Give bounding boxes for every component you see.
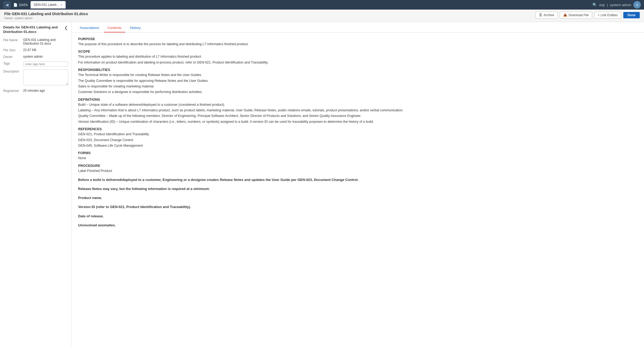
document-content: PURPOSEThe purpose of this procedure is … [72, 33, 644, 347]
filesize-label: File Size [3, 48, 23, 52]
done-label: Done [628, 13, 635, 17]
section-paragraph: Customer Solutions or a designee is resp… [78, 90, 638, 95]
page-header-left: File GEN-031 Labeling and Distribution 0… [4, 12, 88, 20]
back-icon: ◀ [6, 3, 9, 7]
doc-section: RESPONSIBILITIESThe Technical Writer is … [78, 68, 638, 95]
nav-user: system admin [610, 3, 631, 7]
description-label: Description [3, 69, 23, 73]
tags-input[interactable] [23, 61, 68, 67]
bold-paragraph: Version ID (refer to GEN-021, Product Id… [78, 204, 638, 210]
doc-section: PROCEDURELabel Finished Product [78, 164, 638, 174]
section-paragraph: Labeling – Any information that is about… [78, 108, 638, 113]
filesize-value: 22.67 KB [23, 48, 68, 52]
section-paragraph: This procedure applies to labeling and d… [78, 54, 638, 59]
link-entities-label: + Link Entities [598, 13, 618, 17]
section-paragraph: For information on product identificatio… [78, 60, 638, 65]
nav-data-text: DATA [19, 3, 28, 7]
bold-paragraph: Release Notes may vary, but the followin… [78, 186, 638, 192]
tags-label: Tags [3, 61, 23, 65]
file-owner: Owner: system admin [4, 16, 88, 20]
section-heading: DEFINITIONS [78, 98, 638, 101]
registered-label: Registered [3, 89, 23, 93]
section-paragraph: Version Identification (ID) – Unique com… [78, 119, 638, 124]
owner-label: Owner [3, 55, 23, 59]
bold-paragraph: Unresolved anomalies. [78, 223, 638, 228]
doc-section: DEFINITIONSBuild – Unique state of a sof… [78, 98, 638, 125]
sidebar-title: Details for GEN-031 Labeling and Distrib… [3, 25, 64, 34]
archive-icon: 🗄 [539, 13, 542, 17]
detail-row-tags: Tags [3, 61, 68, 67]
link-entities-button[interactable]: + Link Entities [594, 12, 621, 19]
registered-value: 25 minutes ago [23, 89, 68, 92]
nav-left: ◀ 📄 DATA GEN-031 Labeli... × [3, 1, 66, 9]
main-layout: Details for GEN-031 Labeling and Distrib… [0, 22, 644, 347]
section-paragraph: GEN-023, Document Change Control [78, 138, 638, 143]
filename-label: File Name [3, 38, 23, 42]
nav-active-tab[interactable]: GEN-031 Labeli... × [31, 1, 66, 9]
doc-section: FORMSNone [78, 151, 638, 161]
tab-contents[interactable]: Contents [104, 24, 125, 32]
detail-row-registered: Registered 25 minutes ago [3, 89, 68, 93]
nav-back-button[interactable]: ◀ [3, 1, 11, 9]
section-heading: FORMS [78, 151, 638, 155]
detail-row-filesize: File Size 22.67 KB [3, 48, 68, 52]
nav-tab-label: GEN-031 Labeli... [34, 3, 59, 7]
bold-paragraph: Before a build is delivered/deployed to … [78, 177, 638, 183]
section-paragraph: None [78, 156, 638, 161]
tab-history-label: History [130, 26, 141, 30]
section-paragraph: Label Finished Product [78, 168, 638, 174]
nav-lang: esp [599, 3, 605, 7]
section-paragraph: Sales is responsible for creating market… [78, 84, 638, 89]
section-paragraph: GEN-045, Software Life Cycle Management [78, 143, 638, 148]
section-heading: SCOPE [78, 49, 638, 53]
bold-paragraph: Product name. [78, 195, 638, 201]
archive-button[interactable]: 🗄 Archive [536, 12, 558, 19]
download-icon: 📥 [563, 13, 567, 17]
filename-value: GEN-031 Labeling and Distribution 01.doc… [23, 38, 68, 45]
section-paragraph: Quality Committee – Made up of the follo… [78, 113, 638, 119]
tab-contents-label: Contents [108, 26, 121, 30]
data-icon: 📄 [13, 3, 18, 7]
nav-separator: | [607, 3, 608, 7]
doc-section: REFERENCESGEN-021, Product Identificatio… [78, 127, 638, 148]
collapse-button[interactable]: ❮ [64, 25, 68, 30]
search-icon[interactable]: 🔍 [592, 3, 597, 7]
section-heading: PROCEDURE [78, 164, 638, 168]
section-paragraph: GEN-021, Product Identification and Trac… [78, 132, 638, 137]
doc-section: SCOPEThis procedure applies to labeling … [78, 49, 638, 65]
tab-associations-label: Associations [80, 26, 99, 30]
detail-row-filename: File Name GEN-031 Labeling and Distribut… [3, 38, 68, 45]
archive-label: Archive [544, 13, 554, 17]
section-heading: PURPOSE [78, 37, 638, 41]
nav-data-label: 📄 DATA [13, 3, 28, 7]
avatar: A [633, 1, 641, 9]
section-heading: RESPONSIBILITIES [78, 68, 638, 72]
content-area: Associations Contents History PURPOSEThe… [72, 22, 644, 347]
page-header: File GEN-031 Labeling and Distribution 0… [0, 10, 644, 22]
section-paragraph: The purpose of this procedure is to desc… [78, 42, 638, 47]
owner-value: system admin [23, 55, 68, 58]
page-title: File GEN-031 Labeling and Distribution 0… [4, 12, 88, 16]
top-nav: ◀ 📄 DATA GEN-031 Labeli... × 🔍 esp | sys… [0, 0, 644, 10]
tabs-bar: Associations Contents History [72, 22, 644, 33]
bold-paragraph: Date of release. [78, 214, 638, 219]
download-file-button[interactable]: 📥 Download File [560, 12, 592, 19]
nav-right: 🔍 esp | system admin A [592, 1, 641, 9]
download-label: Download File [569, 13, 589, 17]
sidebar-header: Details for GEN-031 Labeling and Distrib… [3, 25, 68, 34]
description-textarea[interactable] [23, 69, 68, 85]
tab-history[interactable]: History [126, 24, 144, 32]
section-paragraph: The Technical Writer is responsible for … [78, 73, 638, 78]
doc-section: PURPOSEThe purpose of this procedure is … [78, 37, 638, 47]
section-paragraph: The Quality Committee is responsible for… [78, 78, 638, 83]
detail-row-owner: Owner system admin [3, 55, 68, 59]
nav-tab-close[interactable]: × [61, 3, 62, 6]
done-button[interactable]: Done [623, 12, 640, 18]
detail-row-description: Description [3, 69, 68, 86]
tab-associations[interactable]: Associations [76, 24, 103, 32]
collapse-icon: ❮ [64, 26, 68, 30]
section-heading: REFERENCES [78, 127, 638, 131]
page-header-right: 🗄 Archive 📥 Download File + Link Entitie… [536, 12, 640, 19]
sidebar: Details for GEN-031 Labeling and Distrib… [0, 22, 72, 347]
section-paragraph: Build – Unique state of a software deliv… [78, 102, 638, 107]
